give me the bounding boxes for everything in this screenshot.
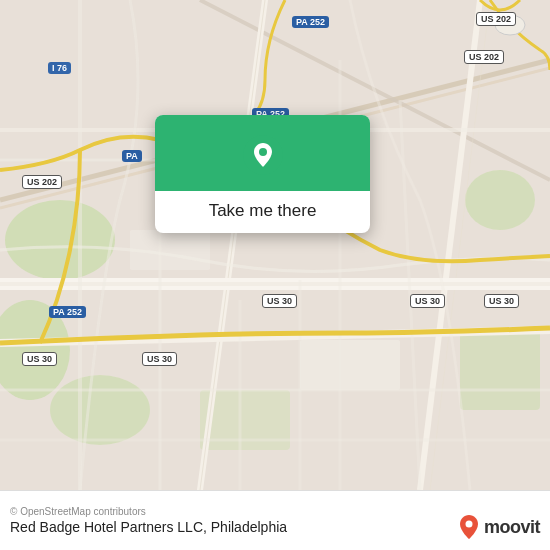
shield-us30-right1: US 30 xyxy=(410,294,445,308)
svg-rect-4 xyxy=(460,330,540,410)
svg-rect-7 xyxy=(300,340,400,390)
moovit-text: moovit xyxy=(484,517,540,538)
shield-pa252-top: PA 252 xyxy=(292,16,329,28)
shield-pa252-left: PA 252 xyxy=(49,306,86,318)
shield-us30-mid: US 30 xyxy=(262,294,297,308)
svg-rect-17 xyxy=(0,282,550,286)
location-popup: Take me there xyxy=(155,115,370,233)
shield-us202-top: US 202 xyxy=(476,12,516,26)
svg-point-32 xyxy=(465,521,472,528)
moovit-pin-icon xyxy=(458,514,480,540)
shield-us30-mid-low: US 30 xyxy=(142,352,177,366)
map-area: I 76 US 202 US 202 PA 252 PA 252 PA 252 … xyxy=(0,0,550,490)
svg-point-1 xyxy=(5,200,115,280)
svg-point-5 xyxy=(50,375,150,445)
shield-i76: I 76 xyxy=(48,62,71,74)
shield-us202-left: US 202 xyxy=(22,175,62,189)
location-pin-icon xyxy=(241,133,285,177)
shield-us30-right2: US 30 xyxy=(484,294,519,308)
take-me-there-button[interactable]: Take me there xyxy=(193,191,333,233)
bottom-bar: © OpenStreetMap contributors Red Badge H… xyxy=(0,490,550,550)
shield-us202-right: US 202 xyxy=(464,50,504,64)
popup-header xyxy=(155,115,370,191)
moovit-logo: moovit xyxy=(458,514,540,540)
shield-pa-left: PA xyxy=(122,150,142,162)
svg-point-31 xyxy=(259,148,267,156)
shield-us30-left: US 30 xyxy=(22,352,57,366)
svg-point-3 xyxy=(465,170,535,230)
